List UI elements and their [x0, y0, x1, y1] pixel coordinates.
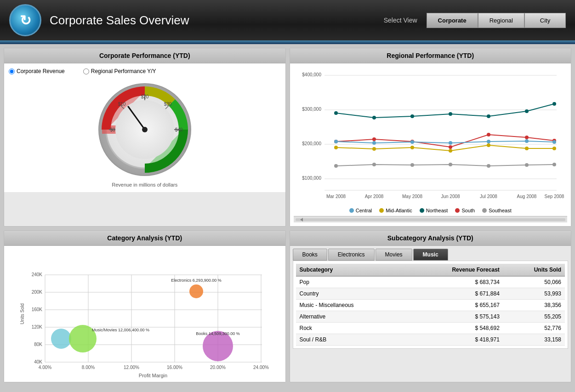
subcategory-analysis-body: Books Electronics Movies Music Subcatego… [290, 246, 571, 349]
category-analysis-title: Category Analysis (YTD) [4, 231, 285, 246]
table-row: Alternative $ 575,143 55,205 [296, 311, 565, 323]
svg-point-52 [334, 146, 338, 149]
cell-units: 38,356 [503, 300, 565, 311]
svg-text:Units Sold: Units Sold [20, 303, 25, 324]
cell-revenue: $ 683,734 [405, 276, 503, 288]
svg-point-14 [142, 127, 148, 132]
subcategory-analysis-panel: Subcategory Analysis (YTD) Books Electro… [290, 230, 572, 382]
svg-text:Aug 2008: Aug 2008 [517, 194, 537, 199]
view-btn-regional[interactable]: Regional [478, 13, 524, 28]
cell-units: 33,158 [503, 334, 565, 346]
tab-music[interactable]: Music [413, 249, 448, 261]
svg-point-62 [449, 163, 452, 166]
svg-text:$40: $40 [175, 127, 182, 132]
svg-point-48 [449, 141, 452, 145]
main-content: Corporate Performance (YTD) Corporate Re… [0, 44, 575, 386]
legend-dot-midatlantic [379, 208, 384, 213]
legend-midatlantic: Mid-Atlantic [379, 208, 412, 213]
table-row: Soul / R&B $ 418,971 33,158 [296, 334, 565, 346]
header: Corporate Sales Overview Select View Cor… [0, 0, 575, 40]
tab-books[interactable]: Books [293, 249, 327, 261]
svg-text:40K: 40K [34, 359, 42, 364]
svg-text:May 2008: May 2008 [402, 194, 422, 199]
svg-point-65 [552, 163, 556, 166]
tab-electronics[interactable]: Electronics [328, 249, 375, 261]
legend-dot-southeast [482, 208, 487, 213]
svg-text:16.00%: 16.00% [167, 365, 182, 370]
svg-text:8.00%: 8.00% [82, 365, 95, 370]
svg-point-61 [410, 163, 414, 167]
svg-text:80K: 80K [34, 342, 42, 347]
svg-text:$100,000: $100,000 [302, 176, 322, 181]
cell-subcategory: Alternative [296, 311, 406, 323]
legend-northeast: Northeast [420, 208, 448, 213]
cell-revenue: $ 548,692 [405, 323, 503, 334]
svg-point-60 [372, 163, 376, 166]
svg-point-49 [487, 140, 490, 143]
view-btn-city[interactable]: City [524, 13, 566, 28]
svg-text:120K: 120K [31, 324, 42, 330]
svg-point-63 [487, 164, 490, 168]
cell-subcategory: Pop [296, 276, 406, 288]
svg-point-58 [552, 147, 556, 150]
cell-subcategory: Soul / R&B [296, 334, 406, 346]
table-row: Country $ 671,884 53,993 [296, 288, 565, 300]
svg-point-59 [334, 164, 338, 168]
view-btn-corporate[interactable]: Corporate [427, 13, 478, 28]
svg-point-57 [525, 147, 529, 150]
radio-regional-performance[interactable]: Regional Performance Y/Y [83, 68, 156, 74]
svg-text:160K: 160K [31, 307, 42, 312]
subcategory-table-wrap: Subcategory Revenue Forecast Units Sold … [293, 261, 569, 349]
legend-south: South [455, 208, 475, 213]
svg-point-51 [552, 140, 556, 144]
cell-units: 55,205 [503, 311, 565, 323]
corporate-performance-body: Corporate Revenue Regional Performance Y… [4, 63, 285, 192]
svg-point-53 [372, 147, 376, 151]
bubble-movies [51, 329, 71, 349]
subcategory-analysis-title: Subcategory Analysis (YTD) [290, 231, 571, 246]
legend-central: Central [349, 208, 372, 213]
svg-text:$10: $10 [118, 102, 125, 107]
svg-text:$200,000: $200,000 [302, 141, 322, 146]
tab-movies[interactable]: Movies [376, 249, 412, 261]
svg-point-56 [487, 143, 490, 147]
svg-point-37 [552, 102, 556, 106]
radio-corporate-revenue[interactable]: Corporate Revenue [9, 68, 65, 74]
select-view-label: Select View [384, 17, 417, 24]
cell-units: 53,993 [503, 288, 565, 300]
regional-chart-legend: Central Mid-Atlantic Northeast South Sou… [294, 205, 568, 216]
svg-text:$0: $0 [110, 127, 115, 132]
svg-point-43 [525, 136, 529, 139]
svg-point-31 [334, 111, 338, 115]
svg-point-39 [372, 137, 376, 141]
svg-point-41 [449, 145, 452, 149]
chart-scrollbar[interactable] [294, 216, 568, 222]
gauge-container: $0 $10 $20 $30 $40 [9, 79, 281, 187]
svg-text:$300,000: $300,000 [302, 107, 322, 112]
svg-text:Electronics 6,293,900.00 %: Electronics 6,293,900.00 % [171, 278, 222, 283]
cell-subcategory: Country [296, 288, 406, 300]
svg-text:Books 14,509,300.00 %: Books 14,509,300.00 % [196, 331, 240, 336]
svg-text:20.00%: 20.00% [210, 365, 226, 370]
header-accent-bar [0, 40, 575, 44]
regional-performance-body: $400,000 $300,000 $200,000 $100,000 Mar … [290, 63, 571, 226]
svg-point-42 [487, 133, 490, 136]
cell-revenue: $ 671,884 [405, 288, 503, 300]
cell-revenue: $ 575,143 [405, 311, 503, 323]
cell-subcategory: Music - Miscellaneous [296, 300, 406, 311]
svg-text:$400,000: $400,000 [302, 72, 322, 77]
col-subcategory: Subcategory [296, 264, 406, 276]
table-row: Rock $ 548,692 52,776 [296, 323, 565, 334]
svg-point-64 [525, 163, 529, 167]
category-analysis-body: Units Sold 40K 80K 120K 160K 200K 240K [4, 246, 285, 382]
col-units: Units Sold [503, 264, 565, 276]
legend-dot-south [455, 208, 460, 213]
svg-point-46 [372, 141, 376, 145]
svg-text:200K: 200K [31, 290, 42, 295]
legend-dot-northeast [420, 208, 424, 213]
cell-revenue: $ 655,167 [405, 300, 503, 311]
svg-text:Jun 2008: Jun 2008 [441, 194, 461, 199]
svg-text:Apr 2008: Apr 2008 [365, 194, 384, 199]
gauge-radio-row: Corporate Revenue Regional Performance Y… [9, 68, 281, 74]
bubble-electronics [189, 284, 203, 298]
